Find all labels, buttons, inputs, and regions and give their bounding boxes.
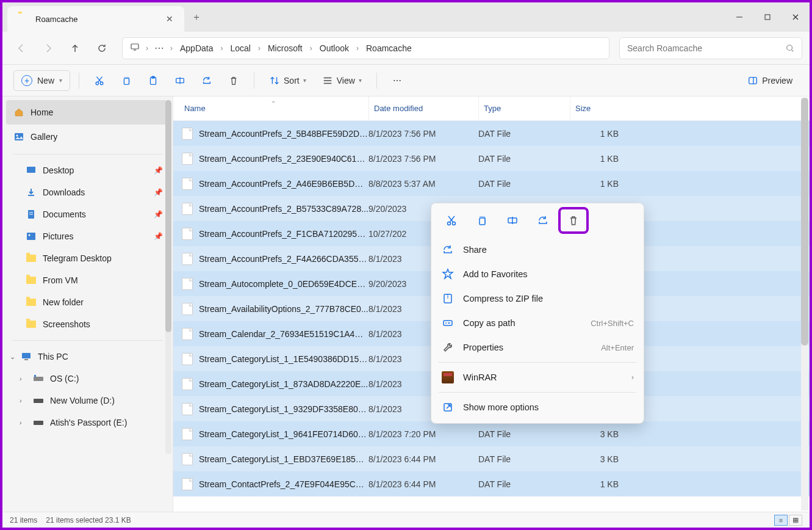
svg-rect-34	[34, 399, 43, 403]
cut-button[interactable]	[88, 70, 111, 91]
sidebar-folder[interactable]: From VM	[2, 269, 173, 291]
file-name: Stream_CategoryList_1_EBD37E69E185B6...	[199, 454, 368, 464]
breadcrumb-item[interactable]: Roamcache	[362, 41, 415, 56]
minimize-button[interactable]	[725, 2, 753, 32]
sidebar-drive[interactable]: › Atish's Passport (E:)	[2, 412, 173, 434]
breadcrumb-item[interactable]: AppData	[176, 41, 217, 56]
add-tab-button[interactable]: ＋	[184, 2, 209, 32]
ctx-favorites-item[interactable]: Add to Favorites	[435, 262, 640, 286]
address-bar[interactable]: › ⋯ › AppData › Local › Microsoft › Outl…	[122, 37, 609, 59]
file-name: Stream_AccountPrefs_2_23E90E940C61A...	[199, 154, 368, 164]
chevron-down-icon[interactable]: ⌄	[10, 353, 15, 361]
share-button[interactable]	[195, 70, 218, 91]
maximize-button[interactable]	[753, 2, 781, 32]
chevron-down-icon: ▾	[303, 77, 306, 84]
item-count: 21 items	[10, 516, 37, 525]
sidebar-thispc[interactable]: ⌄ This PC	[2, 346, 173, 368]
sort-button[interactable]: Sort ▾	[263, 70, 312, 91]
more-button[interactable]: ⋯	[386, 70, 409, 91]
file-icon	[182, 153, 193, 165]
breadcrumb-item[interactable]: Local	[226, 41, 254, 56]
chevron-right-icon[interactable]: ›	[355, 44, 360, 53]
paste-button[interactable]	[142, 70, 165, 91]
chevron-right-icon: ›	[631, 373, 634, 382]
file-row[interactable]: Stream_AccountPrefs_2_23E90E940C61A...8/…	[173, 146, 810, 171]
close-tab-button[interactable]: ✕	[166, 14, 173, 24]
details-view-button[interactable]: ≡	[774, 515, 788, 526]
ctx-copy-button[interactable]	[469, 209, 495, 231]
more-icon[interactable]: ⋯	[152, 42, 167, 54]
ctx-share-button[interactable]	[530, 209, 556, 231]
rename-button[interactable]	[168, 70, 192, 91]
sidebar-desktop[interactable]: Desktop 📌	[2, 159, 173, 181]
ctx-rename-button[interactable]	[500, 209, 525, 231]
breadcrumb-item[interactable]: Outlook	[316, 41, 353, 56]
chevron-right-icon[interactable]: ›	[169, 44, 174, 53]
ctx-winrar-item[interactable]: WinRAR ›	[435, 365, 640, 390]
copy-button[interactable]	[115, 70, 138, 91]
forward-button[interactable]	[37, 37, 60, 60]
file-row[interactable]: Stream_AccountPrefs_2_5B48BFE59D2DD...8/…	[173, 121, 810, 146]
search-box[interactable]	[619, 37, 802, 59]
svg-rect-33	[34, 375, 36, 377]
breadcrumb-item[interactable]: Microsoft	[264, 41, 306, 56]
file-row[interactable]: Stream_AccountPrefs_2_A46E9B6EB5DB2...8/…	[173, 171, 810, 196]
sidebar-pictures[interactable]: Pictures 📌	[2, 225, 173, 247]
chevron-right-icon[interactable]: ›	[20, 397, 22, 404]
preview-button[interactable]: Preview	[741, 70, 799, 91]
ctx-copypath-item[interactable]: Copy as path Ctrl+Shift+C	[435, 311, 640, 335]
new-button[interactable]: + New ▾	[13, 70, 70, 91]
chevron-right-icon[interactable]: ›	[145, 44, 149, 53]
file-name: Stream_Calendar_2_76934E51519C1A4EA...	[199, 329, 368, 339]
view-button[interactable]: View ▾	[316, 70, 368, 91]
chevron-right-icon[interactable]: ›	[257, 44, 262, 53]
thumbnails-view-button[interactable]: ▦	[789, 515, 802, 526]
svg-rect-22	[15, 133, 23, 140]
ctx-compress-item[interactable]: Compress to ZIP file	[435, 286, 640, 311]
ctx-cut-button[interactable]	[439, 209, 464, 231]
column-size[interactable]: Size	[570, 96, 631, 120]
chevron-right-icon[interactable]: ›	[309, 44, 314, 53]
ctx-properties-item[interactable]: Properties Alt+Enter	[435, 335, 640, 360]
sidebar-documents[interactable]: Documents 📌	[2, 203, 173, 225]
file-row[interactable]: Stream_ContactPrefs_2_47E9F044E95CA0...8…	[173, 471, 810, 496]
file-row[interactable]: Stream_CategoryList_1_9641FE0714D609...8…	[173, 421, 810, 446]
sidebar-drive[interactable]: › OS (C:)	[2, 368, 173, 390]
refresh-button[interactable]	[90, 37, 113, 60]
status-bar: 21 items 21 items selected 23.1 KB ≡ ▦	[2, 512, 810, 528]
sidebar-folder[interactable]: New folder	[2, 291, 173, 313]
sidebar-folder[interactable]: Screenshots	[2, 313, 173, 335]
column-date[interactable]: Date modified	[368, 96, 478, 120]
file-row[interactable]: Stream_CategoryList_1_EBD37E69E185B6...8…	[173, 446, 810, 471]
sidebar-scrollbar[interactable]	[165, 100, 171, 454]
sidebar-downloads[interactable]: Downloads 📌	[2, 181, 173, 203]
ctx-more-options-item[interactable]: Show more options	[435, 395, 640, 419]
sidebar-home[interactable]: Home	[6, 100, 169, 125]
column-name[interactable]: ⌃Name	[173, 104, 368, 113]
file-name: Stream_AccountPrefs_2_B57533C89A728...	[199, 204, 368, 214]
column-type[interactable]: Type	[478, 96, 570, 120]
selection-status: 21 items selected 23.1 KB	[46, 516, 131, 525]
svg-rect-24	[27, 167, 35, 173]
chevron-right-icon[interactable]: ›	[20, 419, 22, 426]
window-tab[interactable]: Roamcache ✕	[7, 6, 184, 32]
back-button[interactable]	[10, 37, 33, 60]
close-window-button[interactable]	[781, 2, 810, 32]
up-button[interactable]	[63, 37, 87, 60]
main-scrollbar[interactable]	[801, 98, 808, 510]
gallery-icon	[13, 131, 24, 142]
ctx-share-item[interactable]: Share	[435, 238, 640, 262]
search-input[interactable]	[627, 43, 786, 53]
chevron-down-icon: ▾	[59, 77, 62, 84]
home-icon	[13, 107, 24, 118]
chevron-right-icon[interactable]: ›	[219, 44, 224, 53]
sidebar-gallery[interactable]: Gallery	[2, 125, 173, 149]
chevron-right-icon[interactable]: ›	[20, 375, 22, 382]
path-icon	[441, 316, 455, 330]
sidebar-folder[interactable]: Telegram Desktop	[2, 247, 173, 269]
ctx-delete-button[interactable]	[561, 209, 586, 231]
file-type: DAT File	[478, 154, 570, 164]
sidebar-drive[interactable]: › New Volume (D:)	[2, 390, 173, 412]
winrar-icon	[441, 371, 455, 384]
delete-button[interactable]	[222, 70, 245, 91]
